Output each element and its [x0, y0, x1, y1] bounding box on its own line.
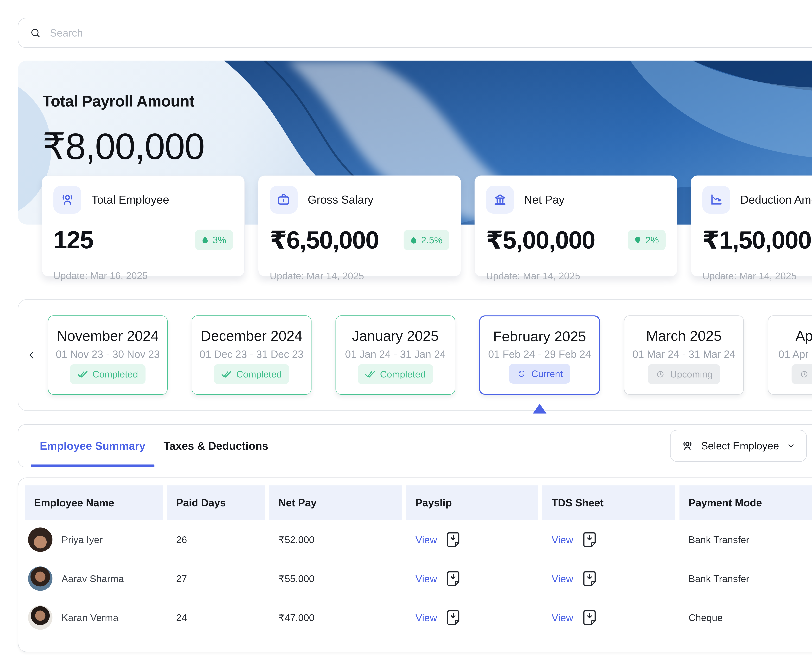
month-title: December 2024 [201, 328, 302, 344]
search-bar [18, 18, 812, 48]
status-badge: Completed [214, 364, 289, 384]
stat-cards-row: Total Employee 125 3% Update: Mar 16, 20… [18, 175, 812, 277]
employee-name: Karan Verma [62, 612, 118, 623]
tab-taxes-deductions[interactable]: Taxes & Deductions [154, 425, 277, 467]
tds-view-link[interactable]: View [551, 534, 573, 545]
double-check-icon [365, 370, 376, 378]
paid-days-value: 24 [167, 612, 265, 623]
employee-name: Priya Iyer [62, 534, 103, 545]
clock-icon [655, 370, 666, 378]
table-row: Aarav Sharma 27 ₹55,000 View View Bank T… [25, 559, 812, 598]
status-badge: Upcoming [792, 364, 812, 384]
stat-label: Total Employee [92, 193, 169, 206]
select-employee-dropdown[interactable]: Select Employee [670, 430, 807, 462]
month-range: 01 Nov 23 - 30 Nov 23 [56, 348, 160, 360]
download-payslip-icon[interactable] [446, 531, 461, 548]
status-badge: Completed [358, 364, 433, 384]
chevron-down-icon [786, 441, 796, 450]
update-date: Update: Mar 14, 2025 [270, 270, 449, 282]
chart-down-icon [702, 186, 730, 214]
stat-card-net-pay: Net Pay ₹5,00,000 2% Update: Mar 14, 202… [474, 175, 677, 277]
paid-days-value: 26 [167, 534, 265, 545]
briefcase-icon [270, 186, 298, 214]
sync-icon [517, 370, 527, 378]
stat-value: ₹5,00,000 [486, 226, 595, 254]
tabs-toolbar: Employee Summary Taxes & Deductions Sele… [18, 424, 812, 467]
payment-mode-value: Cheque [679, 612, 812, 623]
month-cards: November 2024 01 Nov 23 - 30 Nov 23 Comp… [39, 315, 812, 395]
bank-icon [486, 186, 514, 214]
net-pay-value: ₹55,000 [269, 573, 402, 584]
change-badge: 2% [628, 230, 666, 251]
month-range: 01 Dec 23 - 31 Dec 23 [200, 348, 303, 360]
stat-value: ₹6,50,000 [270, 226, 379, 254]
table-header: Employee Name Paid Days Net Pay Payslip … [25, 485, 812, 520]
month-title: November 2024 [57, 328, 159, 344]
carousel-prev-button[interactable] [24, 342, 39, 368]
avatar [28, 527, 52, 552]
trend-up-icon [202, 236, 208, 244]
month-range: 01 Apr 24 - 30 Apr 24 [779, 348, 812, 360]
month-card-march-2025[interactable]: March 2025 01 Mar 24 - 31 Mar 24 Upcomin… [624, 315, 744, 395]
employee-summary-table: Employee Name Paid Days Net Pay Payslip … [18, 477, 812, 652]
download-tds-icon[interactable] [582, 570, 597, 587]
table-row: Karan Verma 24 ₹47,000 View View Cheque … [25, 598, 812, 637]
tds-view-link[interactable]: View [551, 573, 573, 585]
avatar [28, 605, 52, 630]
change-badge: 2.5% [404, 230, 449, 251]
column-header-employee-name: Employee Name [25, 485, 163, 520]
stat-card-gross-salary: Gross Salary ₹6,50,000 2.5% Update: Mar … [258, 175, 461, 277]
select-employee-label: Select Employee [701, 440, 779, 452]
month-title: April 2025 [796, 328, 812, 344]
search-icon [30, 27, 41, 39]
month-range: 01 Jan 24 - 31 Jan 24 [345, 348, 446, 360]
month-card-february-2025[interactable]: February 2025 01 Feb 24 - 29 Feb 24 Curr… [479, 315, 600, 395]
month-card-january-2025[interactable]: January 2025 01 Jan 24 - 31 Jan 24 Compl… [336, 315, 455, 395]
table-row: Priya Iyer 26 ₹52,000 View View Bank Tra… [25, 520, 812, 559]
tabs: Employee Summary Taxes & Deductions [31, 425, 277, 467]
people-icon [53, 186, 81, 214]
stat-card-deduction-amount: Deduction Amount ₹1,50,000 8% Update: Ma… [691, 175, 812, 277]
month-range: 01 Mar 24 - 31 Mar 24 [632, 348, 735, 360]
trend-down-icon [635, 236, 641, 244]
net-pay-value: ₹47,000 [269, 612, 402, 623]
paid-days-value: 27 [167, 573, 265, 584]
month-range: 01 Feb 24 - 29 Feb 24 [488, 348, 591, 360]
tab-employee-summary[interactable]: Employee Summary [31, 425, 154, 467]
stat-value: ₹1,50,000 [702, 226, 811, 254]
download-payslip-icon[interactable] [446, 570, 461, 587]
payroll-month-carousel: November 2024 01 Nov 23 - 30 Nov 23 Comp… [18, 299, 812, 411]
update-date: Update: Mar 14, 2025 [486, 270, 666, 282]
update-date: Update: Mar 16, 2025 [53, 270, 233, 281]
month-card-november-2024[interactable]: November 2024 01 Nov 23 - 30 Nov 23 Comp… [48, 315, 167, 395]
download-tds-icon[interactable] [582, 609, 597, 626]
stat-label: Deduction Amount [740, 193, 812, 206]
stat-label: Net Pay [524, 193, 564, 206]
payment-mode-value: Bank Transfer [679, 534, 812, 545]
column-header-paid-days: Paid Days [167, 485, 265, 520]
stat-value: 125 [53, 226, 93, 254]
update-date: Update: Mar 14, 2025 [702, 270, 812, 282]
month-card-april-2025[interactable]: April 2025 01 Apr 24 - 30 Apr 24 Upcomin… [768, 315, 812, 395]
payslip-view-link[interactable]: View [415, 612, 437, 624]
download-payslip-icon[interactable] [446, 609, 461, 626]
hero-title: Total Payroll Amount [43, 92, 812, 110]
stat-label: Gross Salary [308, 193, 374, 206]
employee-name: Aarav Sharma [62, 573, 124, 584]
payslip-view-link[interactable]: View [415, 573, 437, 585]
chevron-left-icon [26, 350, 37, 360]
column-header-net-pay: Net Pay [269, 485, 402, 520]
search-input[interactable] [49, 27, 812, 39]
trend-up-icon [410, 236, 417, 244]
payment-mode-value: Bank Transfer [679, 573, 812, 584]
month-title: March 2025 [646, 328, 722, 344]
change-badge: 3% [195, 229, 233, 250]
stat-card-total-employee: Total Employee 125 3% Update: Mar 16, 20… [42, 175, 244, 277]
tds-view-link[interactable]: View [551, 612, 573, 624]
month-card-december-2024[interactable]: December 2024 01 Dec 23 - 31 Dec 23 Comp… [192, 315, 311, 395]
avatar [28, 567, 52, 591]
column-header-payslip: Payslip [406, 485, 538, 520]
download-tds-icon[interactable] [582, 531, 597, 548]
payslip-view-link[interactable]: View [415, 534, 437, 545]
status-badge: Current [509, 364, 570, 384]
